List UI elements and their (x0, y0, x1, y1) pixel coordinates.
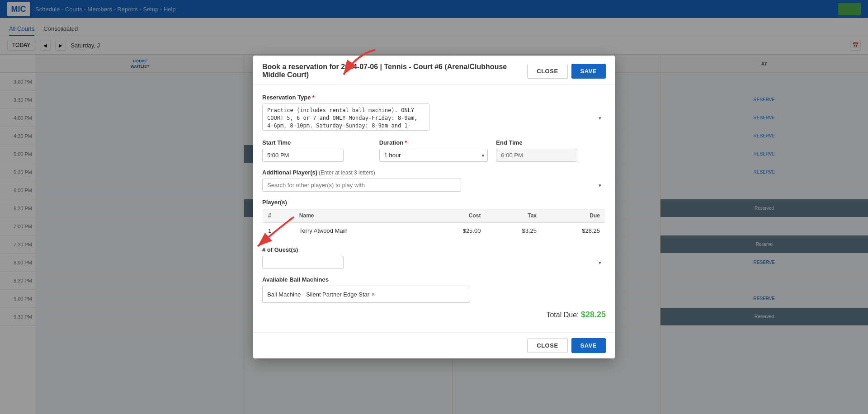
players-section: Player(s) # Name Cost Tax Due 1 (262, 199, 606, 239)
reservation-type-wrapper: ▼ (262, 104, 606, 132)
modal-body: Reservation Type * ▼ Start Time Duration (253, 85, 615, 332)
total-due-row: Total Due: $28.25 (262, 310, 606, 320)
additional-players-section: Additional Player(s) (Enter at least 3 l… (262, 169, 606, 192)
modal-footer: CLOSE SAVE (253, 332, 615, 358)
reservation-modal: Book a reservation for 2024-07-06 | Tenn… (253, 56, 615, 358)
guests-section: # of Guest(s) 1 2 3 ▼ (262, 246, 606, 269)
col-due: Due (542, 209, 605, 223)
start-time-field: Start Time (262, 139, 372, 162)
player-cost: $25.00 (423, 223, 486, 239)
start-time-input[interactable] (262, 149, 344, 162)
player-search-arrow-icon: ▼ (598, 183, 602, 188)
players-label: Player(s) (262, 199, 606, 206)
modal-title: Book a reservation for 2024-07-06 | Tenn… (262, 63, 527, 79)
modal-overlay: Book a reservation for 2024-07-06 | Tenn… (0, 0, 868, 414)
ball-machine-field: Ball Machine - Silent Partner Edge Star … (262, 286, 470, 303)
player-tax: $3.25 (486, 223, 542, 239)
col-name: Name (294, 209, 423, 223)
players-table: # Name Cost Tax Due 1 Terry Atwood Main … (262, 208, 606, 239)
col-num: # (263, 209, 294, 223)
player-num: 1 (263, 223, 294, 239)
required-marker: * (312, 94, 314, 101)
duration-select[interactable]: 1 hour (379, 149, 488, 162)
end-time-label: End Time (496, 139, 606, 146)
player-name: Terry Atwood Main (294, 223, 423, 239)
end-time-field: End Time (496, 139, 606, 162)
modal-header: Book a reservation for 2024-07-06 | Tenn… (253, 56, 615, 85)
duration-field: Duration * 1 hour ▼ (379, 139, 489, 162)
footer-close-button[interactable]: CLOSE (527, 338, 567, 353)
ball-machine-tag-text: Ball Machine - Silent Partner Edge Star (267, 291, 369, 298)
ball-machine-tag: Ball Machine - Silent Partner Edge Star … (267, 291, 375, 298)
footer-save-button[interactable]: SAVE (571, 338, 606, 353)
modal-header-buttons: CLOSE SAVE (527, 64, 606, 79)
player-due: $28.25 (542, 223, 605, 239)
players-table-body: 1 Terry Atwood Main $25.00 $3.25 $28.25 (263, 223, 606, 239)
guests-wrapper: 1 2 3 ▼ (262, 256, 606, 269)
remove-ball-machine-button[interactable]: × (371, 291, 375, 297)
dropdown-arrow-icon: ▼ (598, 115, 602, 120)
header-save-button[interactable]: SAVE (571, 64, 606, 79)
total-due-amount: $28.25 (581, 310, 606, 319)
guests-arrow-icon: ▼ (598, 260, 602, 265)
start-time-label: Start Time (262, 139, 372, 146)
ball-machines-label: Available Ball Machines (262, 276, 606, 283)
reservation-type-select[interactable] (262, 104, 429, 131)
time-row: Start Time Duration * 1 hour ▼ (262, 139, 606, 162)
duration-wrapper: 1 hour ▼ (379, 149, 489, 162)
additional-players-label: Additional Player(s) (Enter at least 3 l… (262, 169, 606, 176)
table-row: 1 Terry Atwood Main $25.00 $3.25 $28.25 (263, 223, 606, 239)
player-search-wrapper: ▼ (262, 179, 606, 192)
reservation-type-label: Reservation Type * (262, 94, 606, 101)
end-time-input (496, 149, 577, 162)
col-cost: Cost (423, 209, 486, 223)
guests-label: # of Guest(s) (262, 246, 606, 253)
col-tax: Tax (486, 209, 542, 223)
players-table-header: # Name Cost Tax Due (263, 209, 606, 223)
player-search-input[interactable] (262, 179, 461, 192)
guests-select[interactable]: 1 2 3 (262, 256, 344, 269)
header-close-button[interactable]: CLOSE (527, 64, 567, 79)
ball-machines-section: Available Ball Machines Ball Machine - S… (262, 276, 606, 303)
reservation-type-section: Reservation Type * ▼ (262, 94, 606, 132)
duration-label: Duration * (379, 139, 489, 146)
total-due-label: Total Due: (546, 311, 579, 319)
